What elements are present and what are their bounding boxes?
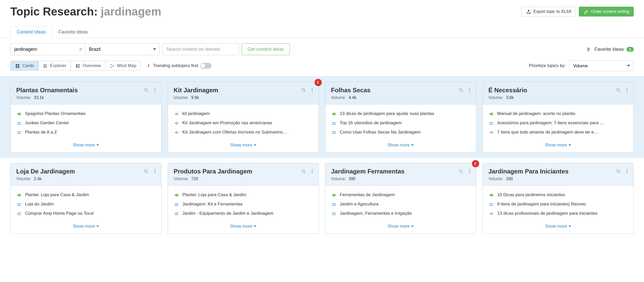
card-item-text: 8 itens de jardinagem para iniciantes| R…: [497, 202, 628, 207]
trending-badge: [315, 79, 322, 86]
card-item[interactable]: 10 Dicas para jardineiros iniciantes: [488, 190, 628, 200]
card-item[interactable]: Plantas de A a Z: [16, 128, 156, 137]
card-search-icon[interactable]: [144, 88, 148, 92]
card-item[interactable]: 13 dicas profissionais de jardinagem par…: [488, 209, 628, 218]
show-more-button[interactable]: Show more: [325, 221, 476, 234]
card-item[interactable]: Loja do Jardim: [16, 200, 156, 209]
card-search-icon[interactable]: [301, 169, 306, 173]
export-button[interactable]: Export topic to XLSX: [521, 7, 576, 16]
card-title: Folhas Secas: [331, 87, 470, 94]
card-item[interactable]: 7 itens que todo amante de jardinagem de…: [488, 128, 628, 137]
country-select[interactable]: Brazil: [85, 43, 160, 55]
card-title: Plantas Ornamentais: [16, 87, 156, 94]
trending-label: Trending subtopics first: [153, 63, 198, 68]
card-item[interactable]: Como Usar Folhas Secas Na Jardinagem: [331, 128, 470, 137]
card-item[interactable]: 13 dicas de jardinagem para ajudar suas …: [331, 109, 470, 118]
megaphone-green-icon: [16, 193, 22, 197]
card-header: Folhas Secas Volume: 4.4k: [325, 82, 476, 104]
card-item[interactable]: Comprar Amp Home Page na Toca!: [16, 209, 156, 218]
card-item[interactable]: Plantei: Loja para Casa & Jardim: [174, 190, 313, 200]
card-item[interactable]: Jardim - Equipamento de Jardim e Jardina…: [174, 209, 313, 218]
link-blue-icon: [488, 202, 494, 207]
card-item-text: Como Usar Folhas Secas Na Jardinagem: [340, 130, 470, 135]
card-search-icon[interactable]: [459, 88, 463, 92]
show-more-button[interactable]: Show more: [11, 139, 161, 152]
card-body: Manual de jardinagem: acerte no plantio …: [483, 104, 633, 139]
card-item[interactable]: Spagnhol Plantas Ornamentais: [16, 109, 156, 118]
card-menu-icon[interactable]: [625, 169, 629, 173]
topic-card: Jardinagem Ferramentas Volume: 390 Ferra…: [325, 163, 476, 234]
card-menu-icon[interactable]: [310, 169, 315, 173]
card-item[interactable]: Jardinagem: Kit e Ferramentas: [174, 200, 313, 209]
card-volume: Volume: 2.4k: [16, 177, 156, 181]
card-search-icon[interactable]: [144, 169, 148, 173]
show-more-label: Show more: [545, 224, 567, 229]
card-menu-icon[interactable]: [625, 88, 629, 92]
card-search-icon[interactable]: [459, 169, 463, 173]
order-content-button[interactable]: Order content writing: [579, 7, 634, 16]
card-menu-icon[interactable]: [152, 169, 157, 173]
card-item[interactable]: Kit Jardinagem em Promoção nas americana…: [174, 118, 313, 128]
tab-content-ideas[interactable]: Content Ideas: [10, 26, 52, 38]
card-item[interactable]: Top 16 utensílios de jardinagem: [331, 118, 470, 128]
view-overview[interactable]: Overview: [71, 61, 105, 70]
show-more-button[interactable]: Show more: [483, 221, 633, 234]
show-more-button[interactable]: Show more: [483, 139, 633, 152]
order-label: Order content writing: [591, 9, 629, 14]
card-menu-icon[interactable]: [467, 88, 472, 92]
volume-value: 9.9k: [191, 95, 199, 100]
favorite-ideas-link[interactable]: Favorite Ideas 1: [586, 47, 634, 52]
card-menu-icon[interactable]: [152, 88, 157, 92]
card-item-text: Plantas de A a Z: [25, 130, 156, 135]
prioritize-select[interactable]: Volume: [569, 60, 634, 71]
topic-card: Folhas Secas Volume: 4.4k 13 dicas de ja…: [325, 82, 476, 153]
topic-card: Loja De Jardinagem Volume: 2.4k Plantei:…: [10, 163, 162, 234]
view-mindmap[interactable]: Mind Map: [105, 61, 141, 70]
card-search-icon[interactable]: [301, 88, 306, 92]
card-item[interactable]: Plantei: Loja para Casa & Jardim: [16, 190, 156, 200]
trending-toggle[interactable]: [200, 63, 211, 69]
tab-favorite-ideas[interactable]: Favorite Ideas: [52, 26, 94, 38]
card-menu-icon[interactable]: [310, 88, 315, 92]
megaphone-grey-icon: [174, 130, 179, 135]
card-item[interactable]: Ferramentas de Jardinagem: [331, 190, 470, 200]
show-more-label: Show more: [388, 224, 410, 229]
show-more-label: Show more: [73, 224, 95, 229]
favorite-list-icon: [586, 47, 592, 52]
card-item[interactable]: Kit Jardinagem com Ofertas Incríveis no …: [174, 128, 313, 137]
clear-topic-icon[interactable]: ×: [79, 46, 82, 53]
card-item[interactable]: kit jardinagem: [174, 109, 313, 118]
view-cards[interactable]: Cards: [10, 61, 38, 71]
view-explorer[interactable]: Explorer: [38, 61, 71, 70]
link-blue-icon: [488, 121, 494, 126]
domain-input[interactable]: [162, 43, 239, 55]
card-search-icon[interactable]: [616, 88, 621, 92]
card-body: kit jardinagem Kit Jardinagem em Promoçã…: [168, 104, 319, 139]
topic-input[interactable]: [10, 43, 85, 55]
show-more-button[interactable]: Show more: [168, 221, 319, 234]
card-volume: Volume: 390: [331, 177, 470, 181]
overview-icon: [75, 64, 81, 68]
card-item[interactable]: Jardim e Agricultura: [331, 200, 470, 209]
view-overview-label: Overview: [83, 63, 101, 68]
link-blue-icon: [16, 121, 22, 126]
card-search-icon[interactable]: [616, 169, 621, 173]
card-menu-icon[interactable]: [467, 169, 472, 173]
show-more-button[interactable]: Show more: [168, 139, 319, 152]
card-item[interactable]: Jardinagem, Ferramentas e Irrigação: [331, 209, 470, 218]
card-item[interactable]: Manual de jardinagem: acerte no plantio: [488, 109, 628, 118]
mindmap-icon: [109, 64, 115, 68]
card-item[interactable]: Junkes Garden Center: [16, 118, 156, 128]
card-item[interactable]: Acessórios para jardinagem: 7 itens esse…: [488, 118, 628, 128]
card-item-text: 13 dicas profissionais de jardinagem par…: [497, 211, 628, 216]
get-ideas-button[interactable]: Get content ideas: [242, 43, 290, 55]
show-more-label: Show more: [73, 143, 95, 148]
volume-value: 260: [506, 177, 513, 181]
chevron-down-icon: [569, 226, 571, 227]
card-item-text: Jardim e Agricultura: [340, 202, 470, 207]
show-more-button[interactable]: Show more: [11, 221, 161, 234]
card-header: Plantas Ornamentais Volume: 33.1k: [11, 82, 161, 104]
show-more-button[interactable]: Show more: [325, 139, 476, 152]
view-switcher: Cards Explorer Overview Mind Map: [10, 61, 141, 71]
card-item[interactable]: 8 itens de jardinagem para iniciantes| R…: [488, 200, 628, 209]
